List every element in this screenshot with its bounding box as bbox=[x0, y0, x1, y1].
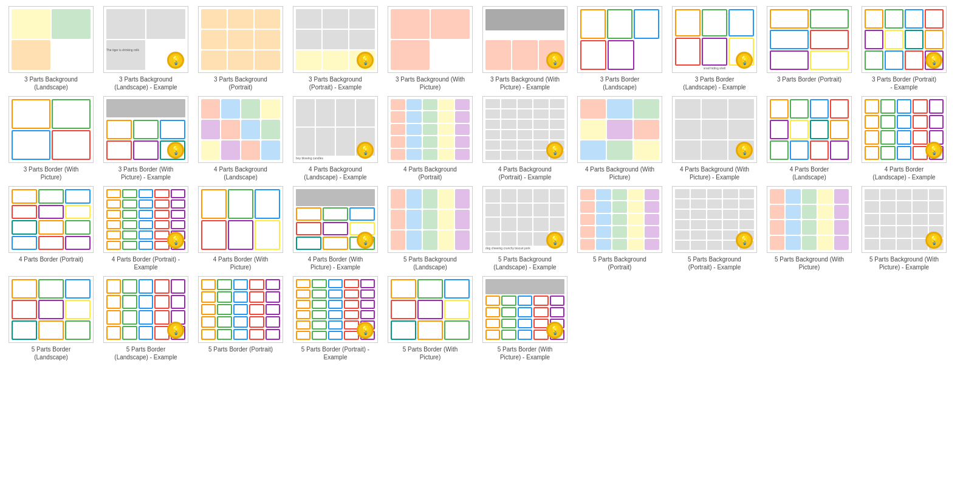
card-19[interactable]: 4 Parts Border (Landscape) bbox=[764, 96, 854, 181]
card-thumb-11 bbox=[9, 96, 94, 163]
example-bulb-icon: 💡 bbox=[736, 142, 753, 159]
card-thumb-32: 💡 bbox=[103, 276, 188, 343]
card-thumb-10: 💡 bbox=[862, 6, 947, 73]
card-label-25: 5 Parts Background (Landscape) bbox=[403, 255, 457, 271]
card-17[interactable]: 4 Parts Background (With Picture) bbox=[575, 96, 665, 181]
card-label-24: 4 Parts Border (With Picture) - Example bbox=[308, 255, 363, 271]
example-bulb-icon: 💡 bbox=[546, 52, 563, 69]
card-9[interactable]: 3 Parts Border (Portrait) bbox=[764, 6, 854, 91]
card-label-19: 4 Parts Border (Landscape) bbox=[790, 165, 829, 181]
card-5[interactable]: 3 Parts Background (With Picture) bbox=[385, 6, 475, 91]
card-thumb-34: 💡 bbox=[293, 276, 378, 343]
card-label-7: 3 Parts Border (Landscape) bbox=[600, 75, 639, 91]
card-thumb-17 bbox=[577, 96, 662, 163]
card-label-6: 3 Parts Background (With Picture) - Exam… bbox=[490, 75, 560, 91]
card-21[interactable]: 4 Parts Border (Portrait) bbox=[6, 186, 96, 271]
card-thumb-16: 💡 bbox=[482, 96, 567, 163]
card-28[interactable]: 💡5 Parts Background (Portrait) - Example bbox=[670, 186, 759, 271]
card-label-28: 5 Parts Background (Portrait) - Example bbox=[688, 255, 741, 271]
example-bulb-icon: 💡 bbox=[736, 52, 753, 69]
card-thumb-19 bbox=[767, 96, 852, 163]
card-thumb-7 bbox=[577, 6, 662, 73]
card-label-15: 4 Parts Background (Portrait) bbox=[403, 165, 457, 181]
card-label-14: 4 Parts Background (Landscape) - Example bbox=[304, 165, 366, 181]
card-thumb-13 bbox=[198, 96, 283, 163]
card-thumb-35 bbox=[388, 276, 473, 343]
card-label-21: 4 Parts Border (Portrait) bbox=[19, 255, 83, 263]
card-thumb-29 bbox=[767, 186, 852, 253]
card-grid: 3 Parts Background (Landscape)The tiger … bbox=[6, 6, 974, 361]
card-label-22: 4 Parts Border (Portrait) - Example bbox=[112, 255, 180, 271]
card-label-16: 4 Parts Background (Portrait) - Example bbox=[498, 165, 552, 181]
card-label-17: 4 Parts Background (With Picture) bbox=[585, 165, 654, 181]
card-26[interactable]: dog chewing crunchy biscuit pork💡5 Parts… bbox=[480, 186, 570, 271]
card-thumb-6: 💡 bbox=[482, 6, 567, 73]
example-bulb-icon: 💡 bbox=[357, 322, 374, 339]
card-10[interactable]: 💡3 Parts Border (Portrait) - Example bbox=[859, 6, 949, 91]
card-32[interactable]: 💡5 Parts Border (Landscape) - Example bbox=[101, 276, 191, 361]
card-36[interactable]: 💡5 Parts Border (With Picture) - Example bbox=[480, 276, 570, 361]
card-1[interactable]: 3 Parts Background (Landscape) bbox=[6, 6, 96, 91]
card-18[interactable]: 💡4 Parts Background (With Picture) - Exa… bbox=[670, 96, 759, 181]
card-27[interactable]: 5 Parts Background (Portrait) bbox=[575, 186, 665, 271]
card-thumb-26: dog chewing crunchy biscuit pork💡 bbox=[482, 186, 567, 253]
card-thumb-36: 💡 bbox=[482, 276, 567, 343]
card-thumb-24: 💡 bbox=[293, 186, 378, 253]
card-14[interactable]: boy blowing candles💡4 Parts Background (… bbox=[290, 96, 380, 181]
card-label-3: 3 Parts Background (Portrait) bbox=[214, 75, 267, 91]
card-thumb-15 bbox=[388, 96, 473, 163]
card-13[interactable]: 4 Parts Background (Landscape) bbox=[196, 96, 286, 181]
card-label-18: 4 Parts Background (With Picture) - Exam… bbox=[680, 165, 749, 181]
card-7[interactable]: 3 Parts Border (Landscape) bbox=[575, 6, 665, 91]
card-15[interactable]: 4 Parts Background (Portrait) bbox=[385, 96, 475, 181]
card-label-23: 4 Parts Border (With Picture) bbox=[213, 255, 269, 271]
card-label-34: 5 Parts Border (Portrait) - Example bbox=[301, 345, 369, 361]
card-thumb-1 bbox=[9, 6, 94, 73]
card-35[interactable]: 5 Parts Border (With Picture) bbox=[385, 276, 475, 361]
example-bulb-icon: 💡 bbox=[167, 322, 184, 339]
example-bulb-icon: 💡 bbox=[925, 142, 942, 159]
card-thumb-27 bbox=[577, 186, 662, 253]
card-thumb-25 bbox=[388, 186, 473, 253]
card-29[interactable]: 5 Parts Background (With Picture) bbox=[764, 186, 854, 271]
card-25[interactable]: 5 Parts Background (Landscape) bbox=[385, 186, 475, 271]
card-label-1: 3 Parts Background (Landscape) bbox=[24, 75, 78, 91]
card-4[interactable]: 💡3 Parts Background (Portrait) - Example bbox=[290, 6, 380, 91]
card-8[interactable]: snail hiding shell💡3 Parts Border (Lands… bbox=[670, 6, 759, 91]
card-34[interactable]: 💡5 Parts Border (Portrait) - Example bbox=[290, 276, 380, 361]
card-thumb-4: 💡 bbox=[293, 6, 378, 73]
card-thumb-20: 💡 bbox=[862, 96, 947, 163]
card-label-2: 3 Parts Background (Landscape) - Example bbox=[114, 75, 177, 91]
example-bulb-icon: 💡 bbox=[167, 142, 184, 159]
card-label-36: 5 Parts Border (With Picture) - Example bbox=[498, 345, 553, 361]
example-bulb-icon: 💡 bbox=[357, 142, 374, 159]
card-11[interactable]: 3 Parts Border (With Picture) bbox=[6, 96, 96, 181]
card-label-30: 5 Parts Background (With Picture) - Exam… bbox=[869, 255, 939, 271]
card-12[interactable]: 💡3 Parts Border (With Picture) - Example bbox=[101, 96, 191, 181]
card-2[interactable]: The tiger is drinking milk💡3 Parts Backg… bbox=[101, 6, 191, 91]
card-label-31: 5 Parts Border (Landscape) bbox=[32, 345, 70, 361]
card-label-26: 5 Parts Background (Landscape) - Example bbox=[493, 255, 556, 271]
card-23[interactable]: 4 Parts Border (With Picture) bbox=[196, 186, 286, 271]
card-33[interactable]: 5 Parts Border (Portrait) bbox=[196, 276, 286, 361]
card-thumb-5 bbox=[388, 6, 473, 73]
card-20[interactable]: 💡4 Parts Border (Landscape) - Example bbox=[859, 96, 949, 181]
card-31[interactable]: 5 Parts Border (Landscape) bbox=[6, 276, 96, 361]
card-label-10: 3 Parts Border (Portrait) - Example bbox=[872, 75, 936, 91]
card-thumb-2: The tiger is drinking milk💡 bbox=[103, 6, 188, 73]
card-3[interactable]: 3 Parts Background (Portrait) bbox=[196, 6, 286, 91]
card-16[interactable]: 💡4 Parts Background (Portrait) - Example bbox=[480, 96, 570, 181]
card-24[interactable]: 💡4 Parts Border (With Picture) - Example bbox=[290, 186, 380, 271]
example-bulb-icon: 💡 bbox=[546, 142, 563, 159]
card-30[interactable]: 💡5 Parts Background (With Picture) - Exa… bbox=[859, 186, 949, 271]
card-thumb-14: boy blowing candles💡 bbox=[293, 96, 378, 163]
example-bulb-icon: 💡 bbox=[357, 52, 374, 69]
card-6[interactable]: 💡3 Parts Background (With Picture) - Exa… bbox=[480, 6, 570, 91]
card-thumb-18: 💡 bbox=[672, 96, 757, 163]
card-thumb-31 bbox=[9, 276, 94, 343]
card-thumb-3 bbox=[198, 6, 283, 73]
card-label-9: 3 Parts Border (Portrait) bbox=[777, 75, 841, 83]
example-bulb-icon: 💡 bbox=[167, 232, 184, 249]
card-22[interactable]: 💡4 Parts Border (Portrait) - Example bbox=[101, 186, 191, 271]
example-bulb-icon: 💡 bbox=[546, 322, 563, 339]
